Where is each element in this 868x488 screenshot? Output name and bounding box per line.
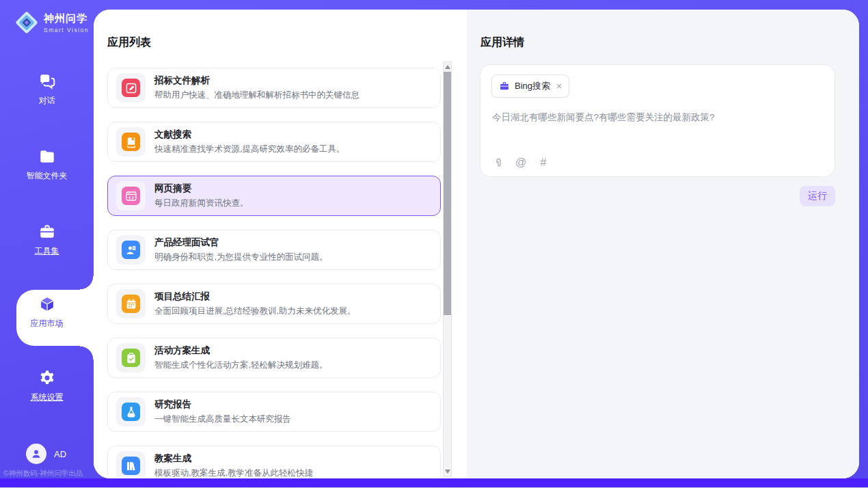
settings-icon <box>38 369 56 387</box>
sidebar-item-smart-folders[interactable]: 智能文件夹 <box>0 148 94 182</box>
app-list-item[interactable]: 招标文件解析帮助用户快速、准确地理解和解析招标书中的关键信息 <box>107 68 441 108</box>
app-list-item[interactable]: 教案生成模板驱动,教案生成,教学准备从此轻松快捷 <box>107 446 441 477</box>
app-icon-tile <box>116 127 146 157</box>
sidebar-item-app-market[interactable]: 应用市场 <box>0 295 94 329</box>
app-list-item[interactable]: 研究报告一键智能生成高质量长文本研究报告 <box>107 392 441 432</box>
smart-folders-icon <box>38 148 56 165</box>
brand-logo: 神州问学 Smart Vision <box>14 10 89 36</box>
active-nav-curve-bottom <box>80 346 94 360</box>
brand-logo-icon <box>14 10 40 36</box>
user-avatar-icon <box>26 444 46 464</box>
app-name: 研究报告 <box>154 398 291 411</box>
sidebar-item-label: 智能文件夹 <box>27 170 68 182</box>
hash-icon[interactable]: # <box>537 157 550 169</box>
book-icon <box>122 133 140 151</box>
run-button[interactable]: 运行 <box>800 186 835 206</box>
sidebar-item-label: 对话 <box>39 95 55 107</box>
sidebar-item-settings[interactable]: 系统设置 <box>0 369 94 403</box>
copyright-footer: ©神州数码·神州问学出品 <box>3 469 92 478</box>
app-name: 项目总结汇报 <box>154 290 355 303</box>
tool-chip-bing-search[interactable]: Bing搜索 × <box>491 74 569 98</box>
chip-close-icon[interactable]: × <box>556 81 562 91</box>
active-nav-curve-top <box>80 276 94 290</box>
brand-subtitle: Smart Vision <box>44 27 89 33</box>
browser-icon <box>122 187 140 205</box>
app-name: 活动方案生成 <box>154 344 327 357</box>
app-description: 帮助用户快速、准确地理解和解析招标书中的关键信息 <box>154 90 360 101</box>
calendar-icon <box>122 295 140 313</box>
toolset-icon <box>38 223 56 241</box>
prompt-input-card[interactable]: Bing搜索 × 今日湖北有哪些新闻要点?有哪些需要关注的最新政策? @ # <box>480 64 835 177</box>
app-list-item[interactable]: 项目总结汇报全面回顾项目进展,总结经验教训,助力未来优化发展。 <box>107 284 441 324</box>
app-list-item[interactable]: 文献搜索快速精准查找学术资源,提高研究效率的必备工具。 <box>107 122 441 162</box>
app-name: 教案生成 <box>154 452 313 465</box>
interviewer-icon <box>122 241 140 259</box>
user-initials: AD <box>54 449 66 459</box>
app-icon-tile <box>116 235 146 265</box>
app-icon-tile <box>116 451 146 477</box>
scrollbar-up-arrow[interactable] <box>445 65 450 69</box>
scrollbar-down-arrow[interactable] <box>445 470 450 474</box>
app-description: 一键智能生成高质量长文本研究报告 <box>154 414 291 425</box>
chat-icon <box>38 72 56 90</box>
app-icon-tile <box>116 73 146 103</box>
app-icon-tile <box>116 289 146 318</box>
sidebar-item-label: 应用市场 <box>31 318 64 329</box>
app-description: 智能生成个性化活动方案,轻松解决规划难题。 <box>154 360 327 371</box>
sidebar: 神州问学 Smart Vision 对话智能文件夹工具集应用市场系统设置 AD … <box>0 0 94 488</box>
edit-doc-icon <box>122 79 140 97</box>
app-list-item[interactable]: 活动方案生成智能生成个性化活动方案,轻松解决规划难题。 <box>107 338 441 378</box>
flask-icon <box>122 403 140 421</box>
app-description: 快速精准查找学术资源,提高研究效率的必备工具。 <box>154 144 344 155</box>
app-name: 文献搜索 <box>154 128 344 141</box>
sidebar-item-label: 工具集 <box>35 245 59 257</box>
app-detail-panel: 应用详情 Bing搜索 × 今日湖北有哪些新闻要点?有哪些需要关注的最新政策? … <box>467 10 859 478</box>
app-list-title: 应用列表 <box>107 36 151 50</box>
tool-chip-label: Bing搜索 <box>515 80 550 92</box>
bottom-bar <box>0 478 868 487</box>
brand-name: 神州问学 <box>44 12 89 25</box>
app-description: 明确身份和职责,为您提供专业性的面试问题。 <box>154 252 327 263</box>
app-window: 神州问学 Smart Vision 对话智能文件夹工具集应用市场系统设置 AD … <box>0 0 868 488</box>
paperclip-icon[interactable] <box>492 157 504 169</box>
scrollbar-thumb[interactable] <box>444 72 451 315</box>
app-name: 产品经理面试官 <box>154 236 327 249</box>
books-icon <box>122 457 140 475</box>
app-list-item[interactable]: 网页摘要每日政府新闻资讯快查。 <box>107 176 441 216</box>
user-row[interactable]: AD <box>26 444 66 464</box>
app-description: 全面回顾项目进展,总结经验教训,助力未来优化发展。 <box>154 306 355 317</box>
app-description: 模板驱动,教案生成,教学准备从此轻松快捷 <box>154 467 313 477</box>
sidebar-item-label: 系统设置 <box>31 392 64 403</box>
app-icon-tile <box>116 181 146 211</box>
app-market-icon <box>38 295 56 313</box>
app-name: 招标文件解析 <box>154 74 360 87</box>
briefcase-icon <box>499 81 510 92</box>
app-list-item[interactable]: 产品经理面试官明确身份和职责,为您提供专业性的面试问题。 <box>107 230 441 270</box>
prompt-text[interactable]: 今日湖北有哪些新闻要点?有哪些需要关注的最新政策? <box>492 111 824 124</box>
app-list-panel: 应用列表 招标文件解析帮助用户快速、准确地理解和解析招标书中的关键信息文献搜索快… <box>94 10 467 478</box>
main-content-card: 应用列表 招标文件解析帮助用户快速、准确地理解和解析招标书中的关键信息文献搜索快… <box>94 10 859 478</box>
app-list: 招标文件解析帮助用户快速、准确地理解和解析招标书中的关键信息文献搜索快速精准查找… <box>107 64 444 477</box>
mention-icon[interactable]: @ <box>515 157 527 169</box>
app-icon-tile <box>116 343 146 372</box>
app-detail-title: 应用详情 <box>480 36 524 50</box>
sidebar-item-toolset[interactable]: 工具集 <box>0 223 94 257</box>
app-name: 网页摘要 <box>154 182 249 195</box>
attachment-toolbar: @ # <box>492 157 550 169</box>
app-description: 每日政府新闻资讯快查。 <box>154 198 249 209</box>
scrollbar[interactable] <box>443 62 452 477</box>
app-icon-tile <box>116 397 146 426</box>
sidebar-item-chat[interactable]: 对话 <box>0 72 94 107</box>
clipboard-check-icon <box>122 349 140 367</box>
